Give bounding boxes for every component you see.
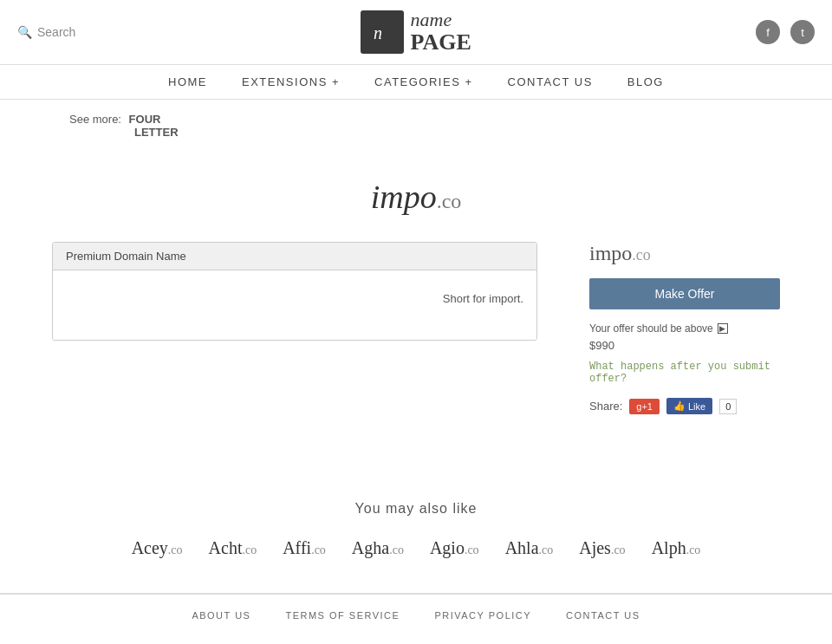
share-label: Share:: [589, 400, 622, 413]
search-icon: 🔍: [17, 25, 32, 39]
domain-display: impo.co: [52, 178, 780, 216]
domain-card-body: Short for import.: [53, 270, 536, 340]
footer-nav: ABOUT US TERMS OF SERVICE PRIVACY POLICY…: [0, 594, 832, 636]
right-panel: impo.co Make Offer Your offer should be …: [589, 242, 780, 414]
domain-title-right: impo.co: [589, 242, 780, 265]
domain-tld-part: .co: [437, 190, 462, 212]
nav-home[interactable]: HOME: [168, 75, 207, 88]
domain-name-part: impo: [371, 179, 437, 215]
search-area[interactable]: 🔍 Search: [17, 25, 75, 39]
logo-page-text: PAGE: [411, 30, 471, 55]
fb-like-label: Like: [688, 401, 705, 412]
svg-text:n: n: [374, 23, 382, 42]
logo-icon: n: [361, 10, 404, 54]
also-like-title: You may also like: [52, 501, 780, 517]
also-like-section: You may also like Acey.co Acht.co Affi.c…: [0, 501, 832, 558]
breadcrumb: See more: FOUR LETTER: [0, 100, 832, 152]
nav-contact[interactable]: CONTACT US: [508, 75, 593, 88]
domain-card-header: Premium Domain Name: [53, 243, 536, 270]
domain-card: Premium Domain Name Short for import.: [52, 242, 537, 341]
logo[interactable]: n name PAGE: [361, 10, 471, 55]
nav-categories[interactable]: CATEGORIES +: [374, 75, 472, 88]
offer-arrow-icon: ▶: [718, 323, 728, 334]
footer-copyright: © 2017 Namepage.: [0, 636, 832, 644]
domain-list: Acey.co Acht.co Affi.co Agha.co Agio.co …: [52, 538, 780, 558]
breadcrumb-prefix: See more:: [69, 113, 121, 126]
content-row: Premium Domain Name Short for import. im…: [52, 242, 780, 414]
twitter-icon[interactable]: t: [790, 20, 815, 44]
offer-link[interactable]: What happens after you submit offer?: [589, 361, 780, 385]
logo-text: name PAGE: [411, 10, 471, 55]
nav-extensions[interactable]: EXTENSIONS +: [242, 75, 340, 88]
offer-amount: $990: [589, 339, 780, 352]
main-nav: HOME EXTENSIONS + CATEGORIES + CONTACT U…: [0, 65, 832, 100]
list-item[interactable]: Acht.co: [209, 538, 257, 558]
footer-terms[interactable]: TERMS OF SERVICE: [285, 610, 400, 621]
list-item[interactable]: Alph.co: [652, 538, 701, 558]
domain-name-large: impo.co: [371, 179, 462, 215]
make-offer-button[interactable]: Make Offer: [589, 278, 780, 309]
fb-like-button[interactable]: 👍 Like: [666, 398, 712, 414]
gplus-button[interactable]: g+1: [629, 399, 660, 414]
social-icons: f t: [756, 20, 815, 44]
breadcrumb-line2[interactable]: LETTER: [134, 126, 179, 139]
share-row: Share: g+1 👍 Like 0: [589, 398, 780, 414]
fb-count: 0: [719, 399, 737, 414]
offer-info: Your offer should be above ▶: [589, 322, 780, 335]
list-item[interactable]: Ajes.co: [579, 538, 625, 558]
facebook-icon[interactable]: f: [756, 20, 780, 44]
list-item[interactable]: Acey.co: [132, 538, 183, 558]
domain-description: Short for import.: [66, 292, 523, 305]
breadcrumb-line1[interactable]: FOUR: [129, 113, 161, 126]
left-panel: Premium Domain Name Short for import.: [52, 242, 537, 341]
list-item[interactable]: Agha.co: [352, 538, 404, 558]
main-content: impo.co Premium Domain Name Short for im…: [0, 152, 832, 458]
list-item[interactable]: Ahla.co: [505, 538, 554, 558]
list-item[interactable]: Agio.co: [430, 538, 479, 558]
list-item[interactable]: Affi.co: [283, 538, 326, 558]
domain-tld-right: .co: [632, 246, 651, 263]
footer-about[interactable]: ABOUT US: [192, 610, 250, 621]
footer-contact[interactable]: CONTACT US: [566, 610, 640, 621]
offer-prefix: Your offer should be above: [589, 322, 713, 335]
footer-privacy[interactable]: PRIVACY POLICY: [434, 610, 531, 621]
header: 🔍 Search n name PAGE f t: [0, 0, 832, 65]
search-label[interactable]: Search: [37, 25, 75, 39]
nav-blog[interactable]: BLOG: [627, 75, 664, 88]
logo-name-text: name: [411, 10, 471, 30]
fb-thumb-icon: 👍: [673, 400, 686, 412]
logo-svg: n: [370, 20, 394, 44]
domain-name-right: impo: [589, 242, 632, 264]
